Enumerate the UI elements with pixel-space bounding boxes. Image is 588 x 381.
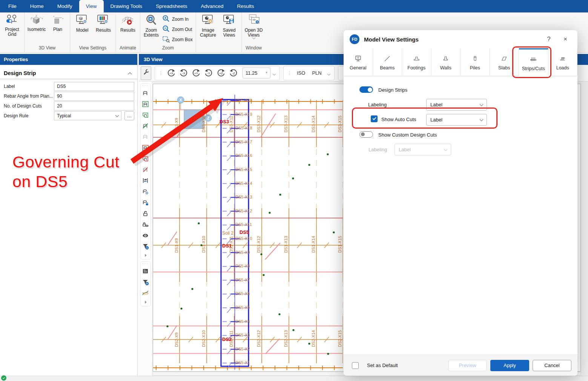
strip-region-green-icon[interactable] (141, 110, 150, 120)
strip-slash-red-icon[interactable] (141, 165, 150, 175)
svg-text:DS5-X1: DS5-X1 (235, 360, 250, 365)
tab-footings[interactable]: Footings (402, 48, 431, 76)
isometric-button[interactable]: YXZ Isometric (26, 13, 47, 32)
lock-visibility-icon[interactable] (141, 220, 150, 229)
tab-general[interactable]: General (344, 48, 373, 76)
tab-loads[interactable]: Loads (548, 48, 578, 76)
rotate-pos-y-button[interactable]: +Y (190, 67, 202, 80)
property-value-label[interactable]: DS5 (54, 82, 134, 91)
svg-text:DS2-X15: DS2-X15 (338, 330, 342, 347)
saved-views-icon (223, 14, 236, 27)
property-value-design-rule[interactable]: Typical (54, 111, 121, 120)
strip-settings-icon[interactable]: ⚙ (141, 187, 150, 197)
model-view-settings-button[interactable]: ⚙ Model (72, 13, 93, 33)
zoom-box-button[interactable]: Zoom Box (161, 34, 194, 45)
set-as-default-checkbox[interactable] (352, 362, 359, 369)
strip-light-icon[interactable] (141, 132, 150, 142)
zoom-extents-button[interactable]: Zoom Extents (142, 13, 161, 38)
properties-panel: Properties Design Strip LabelDS5Rebar An… (0, 54, 138, 376)
group-drag-handle[interactable]: ···· (142, 262, 149, 266)
tab-walls[interactable]: Walls (431, 48, 461, 76)
group-drag-handle[interactable]: ···· (142, 84, 149, 88)
show-custom-cuts-toggle[interactable] (359, 131, 373, 138)
svg-text:-X: -X (182, 72, 186, 75)
properties-panel-title: Properties (0, 54, 137, 65)
apply-button[interactable]: Apply (490, 360, 529, 371)
visibility-icon[interactable] (141, 230, 150, 240)
rotate-neg-x-button[interactable]: -X (177, 67, 190, 80)
animate-results-button[interactable]: Results (117, 13, 138, 33)
swap-direction-icon[interactable] (141, 176, 150, 186)
angle-dropdown-icon[interactable] (273, 72, 276, 75)
expand-more-icon[interactable] (141, 252, 150, 258)
svg-text:-Z: -Z (232, 72, 235, 75)
svg-text:DS1-X10: DS1-X10 (201, 236, 206, 253)
svg-text:DS1-X15: DS1-X15 (338, 236, 342, 253)
rotate-neg-z-button[interactable]: -Z (227, 67, 239, 80)
svg-text:DS5: DS5 (239, 229, 249, 235)
status-ok-icon (1, 375, 6, 381)
rotate-pos-z-button[interactable]: +Z (215, 67, 227, 80)
ribbon-tab-advanced[interactable]: Advanced (194, 0, 230, 12)
model-canvas[interactable]: XZDS3-X9DS3-X10DS3-X11DS3-X12DS3-X13DS3-… (153, 84, 343, 372)
toolbar-drag-handle[interactable]: ⋮ (286, 70, 293, 76)
zoom-in-button[interactable]: Zoom In (161, 14, 194, 24)
view-tools-button[interactable] (141, 66, 151, 80)
image-capture-button[interactable]: Image Capture (198, 13, 219, 38)
strip-lock-icon[interactable] (141, 198, 150, 207)
strip-extent-red-icon[interactable] (141, 143, 150, 153)
design-strip-icon[interactable] (141, 88, 150, 98)
svg-text:DS5-X14: DS5-X14 (235, 181, 252, 186)
cancel-button[interactable]: Cancel (533, 360, 571, 371)
ribbon-tab-results[interactable]: Results (230, 0, 261, 12)
tab-beams[interactable]: Beams (373, 48, 402, 76)
rotate-pos-x-button[interactable]: +X (165, 67, 177, 80)
ribbon-tab-drawing-tools[interactable]: Drawing Tools (104, 0, 149, 12)
saved-views-button[interactable]: Saved Views (219, 13, 240, 38)
model-settings-icon: ⚙ (76, 14, 89, 27)
auto-cuts-highlight-annotation (352, 108, 497, 129)
ribbon-tab-modify[interactable]: Modify (51, 0, 79, 12)
rotation-angle-field[interactable]: ° (243, 68, 270, 78)
strip-region-red-icon[interactable] (141, 154, 150, 164)
tab-piles[interactable]: Piles (461, 48, 490, 76)
svg-text:DS5-X17: DS5-X17 (235, 140, 252, 144)
strip-extent-green-icon[interactable] (141, 99, 150, 109)
ribbon-tab-home[interactable]: Home (23, 0, 51, 12)
strip-slash-green-icon[interactable] (141, 121, 150, 131)
preview-button[interactable]: Preview (448, 360, 487, 371)
view-iso-button[interactable]: ISO (293, 70, 309, 76)
close-button[interactable]: × (559, 35, 571, 43)
rotation-angle-input[interactable] (246, 70, 261, 76)
plan-button[interactable]: xz Plan (47, 13, 68, 32)
ribbon-tab-file[interactable]: File (2, 0, 23, 12)
project-grid-button[interactable]: Project Grid (2, 13, 23, 37)
results-view-settings-button[interactable]: ⚙ Results (93, 13, 114, 33)
svg-text:DS1-X9: DS1-X9 (174, 238, 179, 253)
filter-equal-icon[interactable] (141, 277, 150, 287)
design-rule-ellipsis-button[interactable]: … (124, 111, 134, 120)
results-settings-icon: ⚙ (97, 14, 110, 27)
expand-more-icon[interactable] (141, 299, 150, 305)
ribbon-tab-view[interactable]: View (79, 0, 104, 12)
legend-list-icon[interactable] (141, 266, 150, 276)
view-pln-button[interactable]: PLN (309, 70, 325, 76)
ribbon-tab-spreadsheets[interactable]: Spreadsheets (149, 0, 194, 12)
open-3d-views-button[interactable]: Open 3D Views (243, 13, 264, 39)
group-label-zoom: Zoom (142, 45, 194, 52)
collapse-section-icon[interactable] (128, 72, 132, 76)
view-preset-dropdown-icon[interactable] (327, 72, 330, 75)
design-strips-toggle[interactable] (359, 86, 373, 93)
rotate-neg-y-button[interactable]: -Y (202, 67, 215, 80)
rotate-toolbar-group: ⋮ +X-X+Y-Y+Z-Z ° (155, 66, 280, 80)
zoom-out-icon (162, 25, 170, 34)
unlock-icon[interactable] (141, 209, 150, 218)
toolbar-drag-handle[interactable]: ⋮ (157, 70, 164, 76)
svg-text:Z: Z (207, 116, 209, 120)
filter-download-icon[interactable] (141, 241, 150, 251)
result-curve-icon[interactable] (141, 288, 150, 298)
help-button[interactable]: ? (543, 35, 555, 43)
property-value-rebar-angle-from-plan-[interactable]: 90 (54, 92, 134, 101)
property-value-no-of-design-cuts[interactable]: 20 (54, 101, 134, 111)
zoom-out-button[interactable]: Zoom Out (161, 24, 194, 34)
